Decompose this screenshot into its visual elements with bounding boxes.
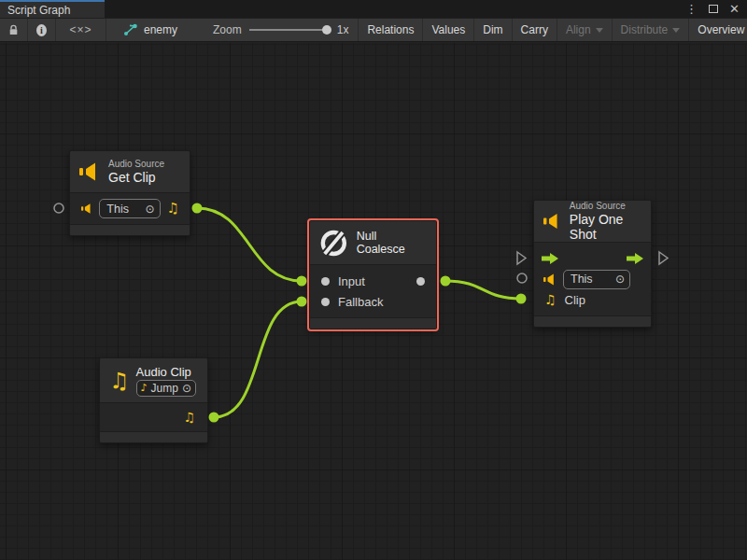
tab-title: Script Graph: [7, 4, 70, 17]
breadcrumb-label: enemy: [144, 23, 177, 36]
code-icon: <×>: [69, 23, 92, 36]
zoom-slider-thumb[interactable]: [322, 25, 331, 35]
node-play-one-shot[interactable]: Audio Source Play One Shot: [533, 200, 652, 328]
port-getclip-target[interactable]: [54, 203, 63, 213]
object-picker-icon[interactable]: ⊙: [182, 383, 191, 394]
node-footer: [310, 318, 436, 329]
node-header: Null Coalesce: [310, 221, 436, 264]
audio-clip-icon: ♫: [183, 411, 195, 424]
port-flow-in[interactable]: [517, 252, 526, 264]
target-object-field[interactable]: This ⊙: [99, 199, 160, 218]
graph-toolbar: i <×> enemy Zoom 1x Relations Values Dim…: [0, 18, 747, 42]
audio-source-icon: [81, 203, 92, 215]
unity-visual-scripting-window: Script Graph ⋮ ✕ i <×> enemy: [0, 0, 747, 560]
chevron-down-icon: [596, 28, 603, 33]
node-header: Audio Source Play One Shot: [534, 201, 651, 242]
node-header: Audio Source Get Clip: [70, 151, 190, 192]
graph-canvas[interactable]: Audio Source Get Clip This ⊙ ♫: [0, 43, 747, 560]
node-subtitle: Audio Source: [108, 159, 164, 169]
audio-clip-icon: ♫: [544, 293, 557, 306]
carry-button[interactable]: Carry: [513, 19, 557, 41]
audio-clip-icon: ♪: [141, 383, 148, 393]
zoom-slider[interactable]: [249, 29, 330, 31]
audio-source-icon: [543, 273, 557, 286]
node-header: ♫ Audio Clip ♪ Jump ⊙: [100, 358, 207, 402]
toolbar-right-buttons: Relations Values Dim Carry Align Distrib…: [358, 19, 747, 41]
port-null-output[interactable]: [441, 276, 451, 287]
maximize-icon[interactable]: [709, 5, 718, 13]
port-null-fallback[interactable]: [297, 297, 307, 307]
node-footer: [534, 316, 651, 327]
code-preview-button[interactable]: <×>: [56, 19, 106, 41]
node-footer: [70, 225, 190, 235]
tab-bar: Script Graph ⋮ ✕: [0, 0, 747, 18]
chevron-down-icon: [672, 28, 680, 33]
overview-button[interactable]: Overview: [689, 19, 747, 41]
zoom-control: Zoom 1x: [189, 19, 358, 41]
node-title: Null Coalesce: [357, 230, 428, 256]
audio-source-icon: [79, 162, 100, 181]
node-title: Play One Shot: [570, 212, 641, 242]
target-object-field[interactable]: This ⊙: [563, 270, 630, 289]
zoom-value: 1x: [337, 23, 349, 36]
graph-icon: [123, 23, 138, 36]
window-controls: ⋮ ✕: [685, 0, 747, 18]
port-null-input[interactable]: [297, 276, 307, 287]
node-audio-clip[interactable]: ♫ Audio Clip ♪ Jump ⊙ ♫: [99, 357, 208, 443]
inspect-button[interactable]: i: [28, 19, 56, 41]
node-get-clip[interactable]: Audio Source Get Clip This ⊙ ♫: [69, 150, 190, 236]
node-title: Get Clip: [108, 170, 164, 185]
node-title: Audio Clip: [136, 365, 196, 379]
port-flow-out[interactable]: [659, 252, 668, 264]
close-icon[interactable]: ✕: [729, 3, 740, 15]
relations-button[interactable]: Relations: [358, 19, 423, 41]
lock-icon: [8, 23, 19, 36]
wire-audioclip-to-fallback[interactable]: [214, 301, 302, 417]
dim-button[interactable]: Dim: [474, 19, 512, 41]
lock-button[interactable]: [0, 19, 28, 41]
port-audioclip-output[interactable]: [209, 413, 219, 423]
node-subtitle: Audio Source: [570, 201, 641, 211]
node-ports: This ⊙ ♫: [70, 192, 190, 225]
flow-out-arrow-icon[interactable]: [627, 253, 643, 264]
port-playoneshot-clip[interactable]: [516, 294, 527, 304]
audio-clip-icon: ♫: [167, 202, 179, 216]
breadcrumb[interactable]: enemy: [106, 19, 189, 41]
node-ports: ♫: [100, 402, 207, 432]
align-dropdown[interactable]: Align: [557, 19, 613, 41]
input-port[interactable]: [321, 277, 330, 286]
node-ports: Input Fallback: [310, 264, 436, 318]
object-picker-icon[interactable]: ⊙: [145, 203, 154, 215]
object-picker-icon[interactable]: ⊙: [615, 273, 625, 285]
audio-clip-icon: ♫: [109, 370, 130, 392]
node-ports: This ⊙ ♫ Clip: [534, 242, 651, 316]
values-button[interactable]: Values: [423, 19, 474, 41]
info-icon: i: [36, 24, 47, 36]
fallback-port[interactable]: [321, 298, 330, 306]
node-footer: [100, 432, 207, 442]
tab-script-graph[interactable]: Script Graph: [0, 0, 105, 18]
audio-source-icon: [543, 212, 561, 231]
wire-result-to-clip[interactable]: [445, 281, 521, 299]
zoom-label: Zoom: [213, 23, 242, 36]
null-coalesce-icon: [318, 228, 349, 259]
distribute-dropdown[interactable]: Distribute: [613, 19, 690, 41]
result-port[interactable]: [416, 277, 425, 286]
wire-getclip-to-input[interactable]: [197, 208, 302, 281]
node-null-coalesce[interactable]: Null Coalesce Input Fallback: [309, 220, 437, 329]
audio-clip-field[interactable]: ♪ Jump ⊙: [136, 380, 196, 397]
port-playoneshot-target[interactable]: [517, 273, 527, 283]
port-getclip-output[interactable]: [192, 203, 203, 214]
flow-in-arrow-icon[interactable]: [542, 253, 558, 264]
menu-dots-icon[interactable]: ⋮: [685, 3, 698, 15]
